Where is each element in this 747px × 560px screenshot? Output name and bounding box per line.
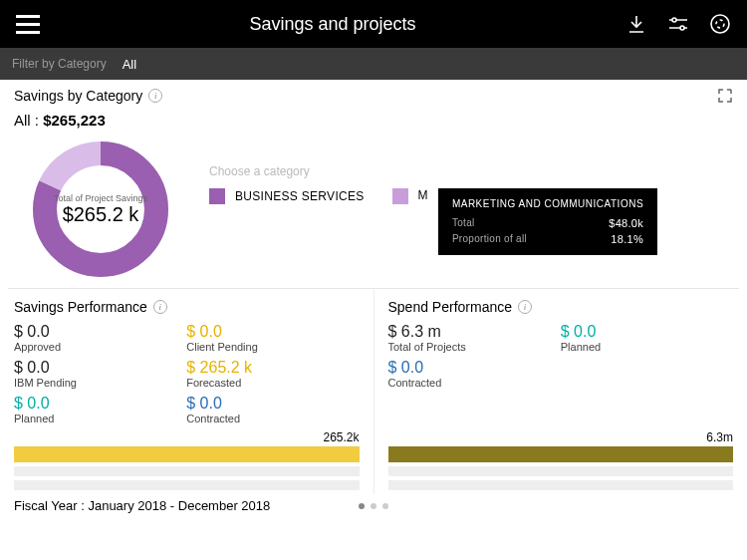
bar-placeholder [14,480,360,490]
metric: $ 0.0Client Pending [186,323,359,353]
donut-center-value: $265.2 k [63,203,139,226]
legend-item-business[interactable]: BUSINESS SERVICES [209,188,365,204]
donut-chart[interactable]: Total of Project Savings $265.2 k [26,135,175,284]
metric: $ 0.0IBM Pending [14,359,186,389]
panel-title: Spend Performance [388,299,513,315]
filter-icon[interactable] [667,13,689,35]
donut-center-label: Total of Project Savings [54,193,147,203]
panel-summary: All : $265,223 [14,112,733,129]
metric: $ 0.0Contracted [186,395,359,424]
metric: $ 0.0Contracted [388,359,561,389]
topbar: Savings and projects [0,0,747,48]
info-icon[interactable]: i [153,300,167,314]
panel-title: Savings Performance [14,299,147,315]
svg-point-0 [672,18,676,22]
page-title: Savings and projects [40,14,625,35]
swatch-icon [209,188,225,204]
fiscal-year-label: Fiscal Year : January 2018 - December 20… [14,498,270,513]
spend-performance-panel: Spend Performance i $ 6.3 mTotal of Proj… [374,289,748,494]
svg-point-2 [711,15,729,33]
tooltip: MARKETING AND COMMUNICATIONS Total$48.0k… [438,188,657,255]
metric: $ 0.0Approved [14,323,186,353]
menu-icon[interactable] [16,15,40,34]
download-icon[interactable] [625,13,647,35]
legend-hint: Choose a category [209,164,657,178]
expand-icon[interactable] [717,88,733,104]
bar-primary [388,446,734,462]
metric: $ 6.3 mTotal of Projects [388,323,561,353]
page-dots[interactable] [359,503,388,509]
savings-category-panel: Savings by Category i All : $265,223 Tot… [0,80,747,288]
metric: $ 265.2 kForecasted [186,359,359,389]
filter-label: Filter by Category [12,57,107,71]
bar-placeholder [14,466,360,476]
panel-title: Savings by Category [14,88,142,104]
info-icon[interactable]: i [148,89,162,103]
bar-primary [14,446,360,462]
metric: $ 0.0Planned [561,323,733,353]
swatch-icon [392,188,408,204]
footer: Fiscal Year : January 2018 - December 20… [0,494,747,517]
filter-value: All [123,57,136,72]
bar-placeholder [388,466,734,476]
bar-total-label: 265.2k [14,430,360,444]
info-icon[interactable]: i [518,300,532,314]
metric: $ 0.0Planned [14,395,186,424]
bar-placeholder [388,480,734,490]
svg-point-1 [680,26,684,30]
filter-bar[interactable]: Filter by Category All [0,48,747,80]
help-icon[interactable] [709,13,731,35]
legend-item-marketing[interactable]: M MARKETING AND COMMUNICATIONS Total$48.… [392,188,657,255]
bar-total-label: 6.3m [388,430,734,444]
svg-point-3 [716,20,724,28]
savings-performance-panel: Savings Performance i $ 0.0Approved$ 0.0… [0,289,374,494]
